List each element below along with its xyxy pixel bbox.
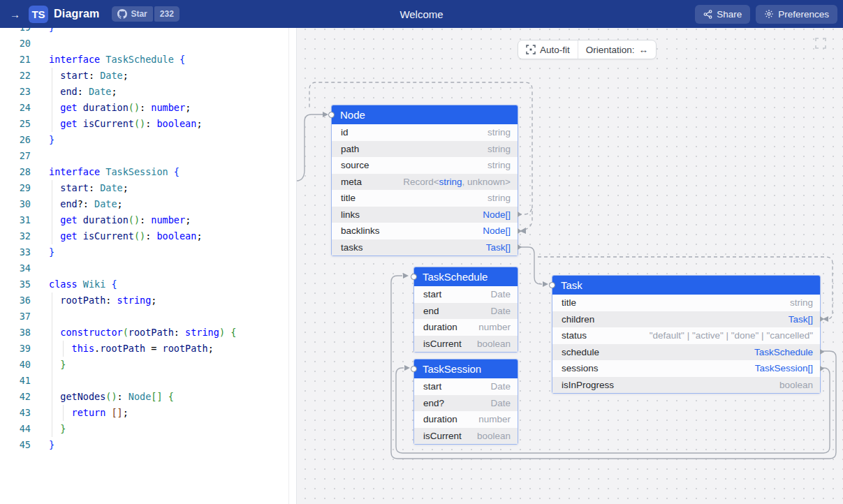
code-line: 28interface TaskSession { bbox=[0, 164, 288, 180]
github-star-label: Star bbox=[131, 9, 147, 19]
code-text bbox=[31, 260, 49, 276]
code-text: start: Date; bbox=[31, 180, 129, 196]
code-line: 27 bbox=[0, 148, 288, 164]
share-icon bbox=[703, 10, 712, 19]
field-type: string bbox=[488, 127, 511, 138]
model-table-task[interactable]: TasktitlestringchildrenTask[]status"defa… bbox=[552, 275, 821, 394]
field-type: TaskSchedule bbox=[754, 347, 813, 357]
model-header[interactable]: TaskSchedule bbox=[414, 267, 518, 286]
field-type: Date bbox=[490, 289, 511, 299]
field-type: Task[] bbox=[789, 314, 813, 325]
source-handle[interactable] bbox=[820, 316, 824, 322]
auto-fit-button[interactable]: Auto-fit bbox=[518, 40, 578, 59]
github-icon bbox=[117, 9, 127, 19]
field-row-title: titlestring bbox=[332, 190, 518, 207]
code-text: } bbox=[31, 28, 54, 36]
code-text: end?: Date; bbox=[31, 196, 123, 212]
line-number: 29 bbox=[0, 180, 31, 196]
code-line: 23 end: Date; bbox=[0, 84, 288, 100]
edge-tasks-to-task bbox=[518, 247, 542, 284]
field-row-end: end?Date bbox=[414, 395, 518, 412]
code-text: this.rootPath = rootPath; bbox=[31, 341, 214, 357]
target-port[interactable] bbox=[328, 112, 335, 118]
line-number: 34 bbox=[0, 260, 31, 276]
code-text: constructor(rootPath: string) { bbox=[31, 325, 236, 341]
code-area[interactable]: 19}2021interface TaskSchedule {22 start:… bbox=[0, 28, 289, 504]
code-text bbox=[31, 309, 49, 325]
code-line: 34 bbox=[0, 260, 288, 276]
field-name: meta bbox=[341, 177, 362, 187]
field-type: Node[] bbox=[483, 225, 511, 236]
orientation-button[interactable]: Orientation: ↔ bbox=[578, 40, 656, 59]
field-name: start bbox=[423, 289, 441, 299]
line-number: 43 bbox=[0, 405, 31, 421]
field-row-meta: metaRecord<string, unknown> bbox=[332, 174, 518, 191]
diagram-canvas[interactable]: NodeidstringpathstringsourcestringmetaRe… bbox=[297, 28, 843, 504]
share-button[interactable]: Share bbox=[695, 5, 750, 24]
code-line: 39 this.rootPath = rootPath; bbox=[0, 341, 288, 357]
edge-into-node bbox=[297, 114, 323, 181]
gear-icon bbox=[764, 9, 774, 19]
code-line: 24 get duration(): number; bbox=[0, 100, 288, 116]
code-line: 44 } bbox=[0, 421, 288, 437]
target-port[interactable] bbox=[411, 366, 417, 372]
code-line: 43 return []; bbox=[0, 405, 288, 421]
model-title: TaskSession bbox=[423, 363, 481, 375]
field-name: start bbox=[423, 381, 441, 392]
code-text: } bbox=[31, 357, 66, 373]
field-row-id: idstring bbox=[332, 124, 518, 141]
line-number: 20 bbox=[0, 36, 31, 52]
code-text: interface TaskSchedule { bbox=[31, 52, 185, 68]
code-text bbox=[31, 148, 49, 164]
field-name: duration bbox=[423, 322, 457, 332]
code-text: start: Date; bbox=[31, 68, 129, 84]
model-header[interactable]: Task bbox=[552, 276, 820, 295]
field-name: title bbox=[562, 297, 576, 308]
fullscreen-icon[interactable] bbox=[815, 38, 826, 49]
code-line: 20 bbox=[0, 36, 288, 52]
field-name: status bbox=[562, 330, 587, 341]
line-number: 45 bbox=[0, 437, 31, 453]
line-number: 38 bbox=[0, 325, 31, 341]
field-type: string bbox=[488, 160, 511, 170]
code-line: 37 bbox=[0, 309, 288, 325]
source-handle[interactable] bbox=[518, 244, 522, 250]
github-star-widget[interactable]: Star 232 bbox=[112, 6, 179, 22]
model-header[interactable]: Node bbox=[332, 105, 518, 124]
field-type: boolean bbox=[477, 431, 511, 441]
field-type: "default" | "active" | "done" | "cancell… bbox=[650, 330, 813, 341]
sidebar-collapse-arrow-icon[interactable]: → bbox=[7, 8, 23, 20]
model-table-tasksession[interactable]: TaskSessionstartDateend?Datedurationnumb… bbox=[413, 359, 518, 445]
field-name: end bbox=[423, 306, 439, 316]
preferences-button[interactable]: Preferences bbox=[756, 5, 837, 24]
orientation-label: Orientation: bbox=[586, 45, 635, 55]
code-text: interface TaskSession { bbox=[31, 164, 179, 180]
field-name: title bbox=[341, 193, 355, 203]
field-row-isInProgress: isInProgressboolean bbox=[552, 377, 820, 394]
indent-guide bbox=[52, 180, 52, 244]
target-port[interactable] bbox=[411, 274, 417, 280]
field-type: Date bbox=[490, 398, 511, 408]
target-port[interactable] bbox=[549, 282, 555, 288]
line-number: 42 bbox=[0, 389, 31, 405]
field-name: isCurrent bbox=[423, 339, 462, 349]
source-handle[interactable] bbox=[820, 349, 824, 355]
code-editor-panel[interactable]: 19}2021interface TaskSchedule {22 start:… bbox=[0, 28, 297, 504]
source-handle[interactable] bbox=[820, 366, 824, 371]
model-header[interactable]: TaskSession bbox=[414, 360, 518, 378]
model-table-taskschedule[interactable]: TaskSchedulestartDateendDatedurationnumb… bbox=[413, 267, 518, 353]
code-text: } bbox=[31, 437, 54, 453]
field-name: duration bbox=[423, 414, 457, 424]
field-type: Date bbox=[490, 381, 511, 392]
model-title: TaskSchedule bbox=[423, 271, 488, 283]
model-table-node[interactable]: NodeidstringpathstringsourcestringmetaRe… bbox=[331, 105, 518, 256]
code-text: } bbox=[31, 132, 54, 148]
field-row-backlinks: backlinksNode[] bbox=[332, 223, 518, 239]
code-text: get duration(): number; bbox=[31, 100, 191, 116]
indent-guide bbox=[52, 68, 52, 132]
source-handle[interactable] bbox=[518, 212, 522, 217]
field-row-title: titlestring bbox=[552, 295, 820, 311]
field-type: Date bbox=[490, 306, 511, 316]
source-handle[interactable] bbox=[518, 228, 522, 234]
field-row-isCurrent: isCurrentboolean bbox=[414, 336, 518, 353]
